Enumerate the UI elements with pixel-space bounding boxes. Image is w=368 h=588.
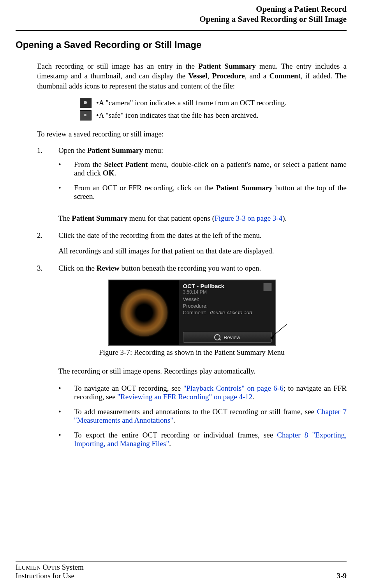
callout-arrow-icon — [267, 322, 291, 342]
legend-camera-text: •A "camera" icon indicates a still frame… — [96, 99, 287, 107]
thumb-comment-row: Comment: double-click to add — [183, 310, 272, 315]
link-reviewing-ffr[interactable]: "Reviewing an FFR Recording" on page 4-1… — [117, 393, 252, 401]
figure-caption: Figure 3-7: Recording as shown in the Pa… — [37, 348, 347, 357]
header-rule — [16, 30, 347, 31]
thumb-time: 3:50:14 PM — [183, 289, 272, 295]
figure-3-7: OCT - Pullback 3:50:14 PM Vessel: Proced… — [108, 280, 276, 346]
header-line-1: Opening a Patient Record — [16, 4, 347, 14]
svg-line-0 — [270, 324, 287, 338]
step-1: 1. Open the Patient Summary menu: • From… — [37, 146, 347, 207]
review-intro: To review a saved recording or still ima… — [37, 129, 347, 139]
final-bullet-a: • To navigate an OCT recording, see "Pla… — [58, 384, 347, 401]
thumb-vessel-label: Vessel: — [183, 296, 272, 302]
thumb-procedure-label: Procedure: — [183, 303, 272, 309]
step-2-number: 2. — [37, 231, 58, 240]
archive-checkbox[interactable] — [263, 283, 272, 291]
legend-row-safe: •A "safe" icon indicates that the file h… — [80, 110, 347, 120]
legend-safe-text: •A "safe" icon indicates that the file h… — [96, 111, 259, 120]
page-number: 3-9 — [337, 572, 347, 580]
link-playback-controls[interactable]: "Playback Controls" on page 6-6 — [183, 384, 283, 392]
thumb-title: OCT - Pullback — [183, 283, 272, 289]
icon-legend: •A "camera" icon indicates a still frame… — [37, 98, 347, 120]
oct-thumbnail — [109, 280, 179, 345]
running-header: Opening a Patient Record Opening a Saved… — [16, 4, 347, 25]
thumb-comment-hint[interactable]: double-click to add — [210, 310, 252, 315]
step-1-bullet-b: • From an OCT or FFR recording, click on… — [58, 184, 347, 201]
camera-icon — [80, 98, 92, 108]
recording-thumbnail-card: OCT - Pullback 3:50:14 PM Vessel: Proced… — [108, 280, 276, 346]
final-bullet-b: • To add measurements and annotations to… — [58, 407, 347, 425]
step-1-number: 1. — [37, 146, 58, 207]
footer-left: ILUMIEN OPTIS System Instructions for Us… — [16, 563, 84, 580]
page-footer: ILUMIEN OPTIS System Instructions for Us… — [16, 561, 347, 580]
safe-icon — [80, 110, 92, 120]
header-line-2: Opening a Saved Recording or Still Image — [16, 14, 347, 24]
review-button[interactable]: Review — [183, 332, 272, 343]
section-title: Opening a Saved Recording or Still Image — [16, 39, 347, 50]
magnifier-icon — [214, 334, 220, 340]
final-bullet-c: • To export the entire OCT recording or … — [58, 431, 347, 448]
legend-row-camera: •A "camera" icon indicates a still frame… — [80, 98, 347, 108]
footer-rule — [16, 561, 347, 561]
step-1-bullet-a: • From the Select Patient menu, double-c… — [58, 160, 347, 177]
step-3-number: 3. — [37, 264, 58, 273]
intro-paragraph: Each recording or still image has an ent… — [37, 61, 347, 91]
oct-ring-icon — [121, 289, 167, 336]
link-figure-3-3[interactable]: Figure 3-3 on page 3-4 — [215, 214, 282, 222]
step-2: 2. Click the date of the recording from … — [37, 231, 347, 240]
after-figure-text: The recording or still image opens. Reco… — [58, 367, 347, 375]
step-2-result: All recordings and still images for that… — [58, 247, 347, 255]
step-1-result: The Patient Summary menu for that patien… — [58, 214, 347, 223]
step-3: 3. Click on the Review button beneath th… — [37, 264, 347, 273]
